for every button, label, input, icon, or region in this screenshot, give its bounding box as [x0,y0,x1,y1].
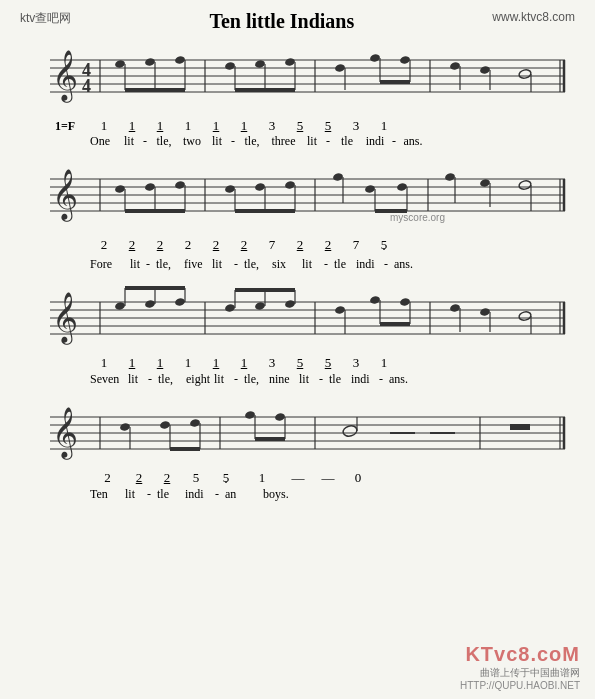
svg-point-114 [479,307,490,316]
svg-text:𝄞: 𝄞 [52,292,78,345]
section-3: 𝄞 [20,280,575,387]
lyric: indi [351,372,379,387]
svg-point-21 [284,57,295,66]
lyric: three [266,134,301,149]
num: 7 [258,237,286,253]
svg-point-108 [399,297,410,306]
svg-rect-146 [510,424,530,430]
lyric: tle [334,257,356,272]
lyrics-row-1: One lit - tle, two lit - tle, three lit … [20,134,575,149]
svg-point-127 [119,422,130,431]
num: 2 [125,470,153,486]
num: 3 [342,118,370,134]
svg-point-141 [342,424,358,437]
svg-point-72 [444,172,455,181]
lyric: lit [302,257,324,272]
svg-point-74 [479,178,490,187]
svg-point-48 [114,184,125,193]
lyric: lit [299,372,319,387]
svg-point-27 [369,53,380,62]
lyrics-row-2: Fore lit - tle, five lit - tle, six lit … [20,257,575,272]
svg-point-131 [189,418,200,427]
svg-point-35 [479,65,490,74]
lyric: Seven [90,372,128,387]
numbers-row-4: 2 2 2 5 5· 1 — — 0 [20,470,575,486]
num: 5 [181,470,211,486]
num: 1 [90,118,118,134]
num: 1 [174,355,202,371]
num: 1 [174,118,202,134]
svg-point-135 [244,410,255,419]
num: 1 [370,118,398,134]
num: 3 [342,355,370,371]
lyrics-row-3: Seven lit - tle, eight lit - tle, nine l… [20,372,575,387]
num: 1 [370,355,398,371]
lyric: - [148,372,158,387]
svg-point-100 [284,299,295,308]
lyric: lit [125,487,147,502]
lyric: lit [206,134,228,149]
num: 2 [90,237,118,253]
lyric: lit [124,257,146,272]
page: ktv查吧网 Ten little Indians www.ktvc8.com … [0,0,595,699]
staff-svg-3: 𝄞 [20,280,575,355]
lyric: - [319,372,329,387]
num: — [313,470,343,486]
num: 2 [230,237,258,253]
svg-point-90 [144,299,155,308]
lyric: - [147,487,157,502]
svg-point-58 [254,182,265,191]
page-title: Ten little Indians [209,10,354,33]
header-right: www.ktvc8.com [492,10,575,24]
svg-point-137 [274,412,285,421]
lyric: two [178,134,206,149]
footer-watermark: KTvc8.coM [460,643,580,666]
section-1: 𝄞 4 4 [20,38,575,149]
svg-point-88 [114,301,125,310]
lyric: lit [212,257,234,272]
footer-url: HTTP://QUPU.HAOBI.NET [460,680,580,691]
svg-text:4: 4 [82,76,91,96]
svg-point-66 [364,184,375,193]
svg-point-17 [224,61,235,70]
lyric: tle [157,487,185,502]
lyric: - [384,257,394,272]
svg-point-106 [369,295,380,304]
svg-point-11 [144,57,155,66]
lyric: ans. [389,372,414,387]
lyric: tle [333,134,361,149]
svg-point-112 [449,303,460,312]
footer-area: KTvc8.coM 曲谱上传于中国曲谱网 HTTP://QUPU.HAOBI.N… [460,643,580,691]
num: 2 [314,237,342,253]
num: 1 [146,355,174,371]
svg-point-68 [396,182,407,191]
lyric: - [140,134,150,149]
num: 3 [258,355,286,371]
lyrics-row-4: Ten lit - tle indi - an boys. [20,487,575,502]
lyric: tle, [156,257,184,272]
num: — [283,470,313,486]
lyric: boys. [263,487,303,502]
svg-point-29 [399,55,410,64]
numbers-row-3: 1 1 1 1 1 1 3 5 5 3 1 [20,355,575,371]
section-2: 𝄞 [20,157,575,272]
numbers-row-2: 2 2 2 2 2 2 7 2 2 7 5· [20,237,575,253]
num: 1 [241,470,283,486]
lyric: an [225,487,263,502]
lyric: - [146,257,156,272]
lyric: lit [128,372,148,387]
num: 2 [286,237,314,253]
svg-point-60 [284,180,295,189]
lyric: eight [186,372,214,387]
svg-point-76 [518,180,532,191]
lyric: - [389,134,399,149]
num: 1 [230,118,258,134]
header-left: ktv查吧网 [20,10,71,27]
num: 5 [286,355,314,371]
lyric: tle, [150,134,178,149]
num: 2 [174,237,202,253]
lyric: - [323,134,333,149]
svg-point-37 [518,69,532,80]
svg-text:𝄞: 𝄞 [52,50,78,103]
num: 2 [90,470,125,486]
